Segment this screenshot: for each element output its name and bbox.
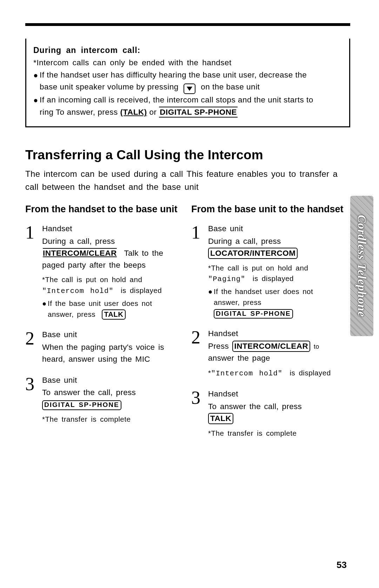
text: answer, press [214,298,261,306]
section-lead: The intercom can be used during a call T… [25,167,350,193]
device-role: Base unit [42,329,184,341]
step-number: 1 [191,223,208,242]
star-note: *The call is put on hold and "Paging" is… [208,263,350,285]
star-note: *The transfer is complete [42,414,184,425]
text: ring To answer, press [40,108,118,116]
left-step-3: 3 Base unit To answer the call, press DI… [25,374,184,425]
bullet-text: If the handset user has difficulty heari… [40,69,343,94]
mini-bullet: ● If the handset user does not answer, p… [208,286,350,319]
text: If the base unit user does not answer, p… [48,298,152,320]
talk-key-label: TALK [102,309,125,320]
digital-sp-phone-key-label: DIGITAL SP-PHONE [214,309,293,319]
device-role: Handset [208,328,350,340]
left-heading: From the handset to the base unit [25,203,184,215]
step-body: Handset Press INTERCOM/CLEAR to answer t… [208,328,350,379]
step-body: Handset During a call, press INTERCOM/CL… [42,223,184,320]
display-text: "Intercom hold" [42,287,114,295]
text: base unit speaker volume by pressing [40,82,179,91]
note-line: *Intercom calls can only be ended with t… [33,57,343,69]
note-bullet-1: ● If the handset user has difficulty hea… [33,69,343,94]
note-title: During an intercom call: [33,44,343,57]
bullet-icon: ● [33,94,40,106]
digital-sp-phone-key-label: DIGITAL SP-PHONE [159,107,238,118]
right-column: From the base unit to the handset 1 Base… [191,203,350,448]
text: is displayed [121,286,162,294]
text: If the handset user does not [214,287,313,295]
star-note: *"Intercom hold" is displayed [208,368,350,379]
text: answer, press [48,310,95,318]
text: To answer the call, press [208,402,302,411]
locator-intercom-key-label: LOCATOR/INTERCOM [208,248,298,259]
two-columns: From the handset to the base unit 1 Hand… [25,203,350,448]
right-step-2: 2 Handset Press INTERCOM/CLEAR to answer… [191,328,350,379]
step-body: Handset To answer the call, press TALK *… [208,388,350,439]
text: When the paging party's voice is heard, … [42,343,164,363]
intercom-clear-key-label: INTERCOM/CLEAR [232,341,311,352]
text: answer the page [208,354,270,362]
intercom-note-box: During an intercom call: *Intercom calls… [25,39,350,127]
manual-page: During an intercom call: *Intercom calls… [0,0,379,588]
section-side-tab: Cordless Telephone [350,196,373,336]
text: Press [208,342,229,350]
display-text: "Intercom hold" [211,369,282,377]
digital-sp-phone-key-label: DIGITAL SP-PHONE [42,400,121,410]
text: To answer the call, press [42,388,136,397]
step-number: 3 [191,388,208,407]
text: to [314,343,319,350]
talk-key-label: TALK [208,413,233,424]
text: During a call, press [42,237,115,246]
text: is displayed [290,369,331,377]
side-tab-label: Cordless Telephone [355,215,368,317]
text: If the base unit user does not [48,299,152,307]
intercom-clear-key-label: INTERCOM/CLEAR [42,248,118,258]
text: During a call, press [208,237,281,246]
text: If the handset user has difficulty heari… [40,71,307,79]
step-number: 3 [25,374,42,393]
text: *The call is put on hold and [208,264,308,272]
device-role: Handset [42,223,184,235]
text: Talk to [124,249,148,258]
display-text: "Paging" [208,275,245,283]
section-title: Transferring a Call Using the Intercom [25,148,350,162]
talk-key-label: (TALK) [120,108,147,116]
bullet-icon: ● [42,298,48,309]
right-step-3: 3 Handset To answer the call, press TALK… [191,388,350,439]
text: If the handset user does not answer, pre… [214,286,313,319]
device-role: Base unit [208,223,350,235]
bullet-icon: ● [33,69,40,81]
text: If an incoming call is received, the int… [40,95,313,104]
step-body: Base unit During a call, press LOCATOR/I… [208,223,350,319]
left-column: From the handset to the base unit 1 Hand… [25,203,184,448]
note-bullet-2: ● If an incoming call is received, the i… [33,94,343,119]
text: is displayed [253,274,294,282]
step-number: 2 [25,329,42,348]
step-body: Base unit When the paging party's voice … [42,329,184,365]
right-heading: From the base unit to the handset [191,203,350,215]
right-step-1: 1 Base unit During a call, press LOCATOR… [191,223,350,319]
top-rule [25,23,350,26]
star-note: *The call is put on hold and "Intercom h… [42,274,184,297]
volume-down-icon [184,83,195,94]
text: *The call is put on hold and [42,275,142,283]
device-role: Handset [208,388,350,400]
left-step-2: 2 Base unit When the paging party's voic… [25,329,184,365]
text: or [149,108,157,116]
bullet-text: If an incoming call is received, the int… [40,94,343,119]
step-number: 1 [25,223,42,242]
page-number: 53 [337,560,347,570]
bullet-icon: ● [208,286,214,297]
star-note: *The transfer is complete [208,428,350,439]
text: on the base unit [201,82,260,91]
step-number: 2 [191,328,208,347]
mini-bullet: ● If the base unit user does not answer,… [42,298,184,320]
left-step-1: 1 Handset During a call, press INTERCOM/… [25,223,184,320]
device-role: Base unit [42,374,184,386]
step-body: Base unit To answer the call, press DIGI… [42,374,184,425]
